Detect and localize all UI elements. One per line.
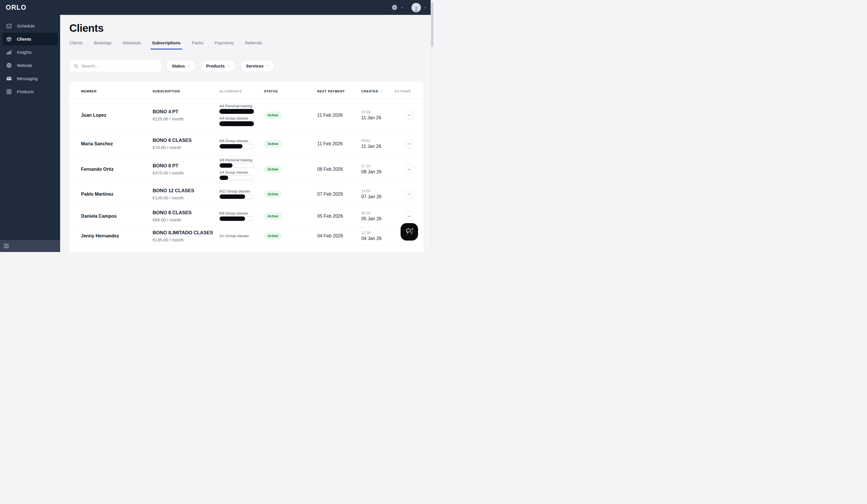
table-header-row: MEMBERSUBSCRIPTIONALLOWANCESTATUSNEXT PA… bbox=[69, 81, 424, 99]
sidebar-item-label: Clients bbox=[17, 36, 31, 42]
bar-chart-icon bbox=[6, 49, 12, 55]
tab-workouts[interactable]: Workouts bbox=[122, 40, 141, 49]
allowance-label: 6/8 Group classes bbox=[219, 211, 264, 216]
created-cell: 09:5211 Jan 26 bbox=[361, 139, 395, 149]
status-cell: Active bbox=[264, 190, 317, 198]
status-cell: Active bbox=[264, 166, 317, 173]
allowance-progress-fill bbox=[219, 109, 254, 114]
sidebar-nav: ScheduleClientsInsightsWebsiteMessagingP… bbox=[0, 15, 60, 98]
allowance-progress-fill bbox=[220, 176, 228, 180]
sidebar-footer bbox=[0, 240, 60, 252]
tab-bar: ClientsBookingsWorkoutsSubscriptionsPack… bbox=[69, 40, 421, 50]
chevron-down-icon bbox=[400, 6, 404, 9]
services-filter-button[interactable]: Services bbox=[240, 60, 275, 72]
created-time: 12:28 bbox=[361, 231, 395, 235]
subscription-name: BONO ILIMITADO CLASES bbox=[153, 230, 219, 236]
calendar-icon bbox=[6, 23, 12, 29]
column-header-created[interactable]: CREATED bbox=[361, 89, 395, 93]
sidebar-item-clients[interactable]: Clients bbox=[2, 33, 58, 45]
created-date: 07 Jan 26 bbox=[361, 194, 395, 199]
table-row[interactable]: BONO 8 CLASES0/8 Group classes12:57 bbox=[69, 245, 424, 252]
created-cell: 17:1908 Jan 26 bbox=[361, 164, 395, 175]
created-date: 08 Jan 26 bbox=[361, 169, 395, 175]
sidebar-item-messaging[interactable]: Messaging bbox=[2, 72, 58, 85]
sidebar-item-insights[interactable]: Insights bbox=[2, 46, 58, 59]
member-name: Maria Sanchez bbox=[81, 141, 153, 146]
row-actions-button[interactable] bbox=[405, 190, 414, 198]
subscription-price: €85.00 / month bbox=[153, 217, 219, 222]
row-actions-button[interactable] bbox=[405, 139, 414, 148]
dots-icon bbox=[407, 142, 411, 146]
column-header-subscription: SUBSCRIPTION bbox=[153, 89, 219, 93]
created-cell: 12:2804 Jan 26 bbox=[361, 231, 395, 241]
tab-clients[interactable]: Clients bbox=[69, 40, 83, 49]
column-header-status: STATUS bbox=[264, 89, 317, 93]
member-name: Fernando Ortiz bbox=[81, 167, 153, 172]
sidebar-item-schedule[interactable]: Schedule bbox=[2, 20, 58, 32]
search-input[interactable] bbox=[81, 64, 157, 68]
next-payment-date: 11 Feb 2026 bbox=[317, 141, 361, 146]
created-cell: 00:2005 Jan 26 bbox=[361, 211, 395, 221]
row-actions-button[interactable] bbox=[405, 165, 414, 174]
column-header-label: MEMBER bbox=[81, 89, 97, 93]
tab-bookings[interactable]: Bookings bbox=[94, 40, 112, 49]
tab-referrals[interactable]: Referrals bbox=[245, 40, 263, 49]
top-bar: ORLO bbox=[0, 0, 434, 15]
table-row[interactable]: Pablo MartinezBONO 12 CLASES€120.00 / mo… bbox=[69, 183, 424, 206]
allowance-progress-bar bbox=[219, 144, 254, 149]
row-actions-button[interactable] bbox=[405, 111, 414, 120]
tab-subscriptions[interactable]: Subscriptions bbox=[152, 40, 181, 49]
products-filter-button[interactable]: Products bbox=[201, 60, 236, 72]
allowance-progress-fill bbox=[220, 195, 245, 199]
filter-label: Services bbox=[246, 64, 264, 68]
globe-icon bbox=[6, 62, 12, 68]
created-cell: 14:5007 Jan 26 bbox=[361, 189, 395, 199]
created-time: 14:50 bbox=[361, 189, 395, 193]
member-name: Daniela Campos bbox=[81, 214, 153, 219]
subscription-cell: BONO 12 CLASES€120.00 / month bbox=[153, 188, 219, 200]
account-menu-button[interactable] bbox=[411, 3, 427, 12]
mail-icon bbox=[6, 76, 12, 81]
next-payment-date: 08 Feb 2026 bbox=[317, 167, 361, 172]
row-actions-button[interactable] bbox=[405, 212, 414, 220]
allowance-progress-fill bbox=[220, 144, 243, 149]
allowance-cell: 4/6 Group classes bbox=[219, 139, 264, 149]
table-row[interactable]: Maria SanchezBONO 6 CLASES€70.00 / month… bbox=[69, 132, 424, 156]
page-title: Clients bbox=[69, 22, 421, 34]
column-header-label: STATUS bbox=[264, 89, 278, 93]
allowance-item: 1/4 Group classes bbox=[219, 171, 264, 180]
tab-payments[interactable]: Payments bbox=[214, 40, 234, 49]
dots-icon bbox=[407, 113, 411, 118]
table-body: Juan LopezBONO 4 PT€225.00 / month4/4 Pe… bbox=[69, 99, 424, 252]
allowance-progress-bar bbox=[219, 121, 254, 126]
next-payment-date: 11 Feb 2026 bbox=[317, 113, 361, 118]
member-name: Jenny Hernandez bbox=[81, 233, 153, 239]
allowance-item: 9/12 Group classes bbox=[219, 189, 264, 199]
table-row[interactable]: Jenny HernandezBONO ILIMITADO CLASES€135… bbox=[69, 227, 424, 245]
status-cell: Active bbox=[264, 232, 317, 240]
chat-fab[interactable] bbox=[400, 223, 418, 241]
table-row[interactable]: Fernando OrtizBONO 8 PT€375.00 / month3/… bbox=[69, 156, 424, 183]
scrollbar-thumb[interactable] bbox=[431, 2, 433, 47]
top-bar-controls bbox=[392, 0, 427, 15]
subscription-price: €135.00 / month bbox=[153, 238, 219, 242]
language-menu-button[interactable] bbox=[392, 4, 404, 11]
actions-cell bbox=[395, 190, 424, 198]
subscription-price: €225.00 / month bbox=[153, 117, 219, 121]
allowance-item: 4/6 Group classes bbox=[219, 139, 264, 149]
subscription-name: BONO 8 CLASES bbox=[153, 210, 219, 216]
created-date: 04 Jan 26 bbox=[361, 236, 395, 241]
tab-packs[interactable]: Packs bbox=[192, 40, 204, 49]
sort-chevron-icon bbox=[380, 89, 383, 93]
collapse-sidebar-button[interactable] bbox=[4, 244, 9, 248]
search-box bbox=[69, 60, 161, 72]
sidebar-item-website[interactable]: Website bbox=[2, 59, 58, 72]
subscription-name: BONO 12 CLASES bbox=[153, 188, 219, 194]
allowance-progress-bar bbox=[219, 194, 254, 199]
table-row[interactable]: Juan LopezBONO 4 PT€225.00 / month4/4 Pe… bbox=[69, 99, 424, 132]
table-row[interactable]: Daniela CamposBONO 8 CLASES€85.00 / mont… bbox=[69, 206, 424, 227]
sidebar-item-products[interactable]: Products bbox=[2, 85, 58, 98]
status-cell: Active bbox=[264, 212, 317, 220]
status-filter-button[interactable]: Status bbox=[167, 60, 196, 72]
page-scrollbar[interactable] bbox=[431, 0, 434, 252]
